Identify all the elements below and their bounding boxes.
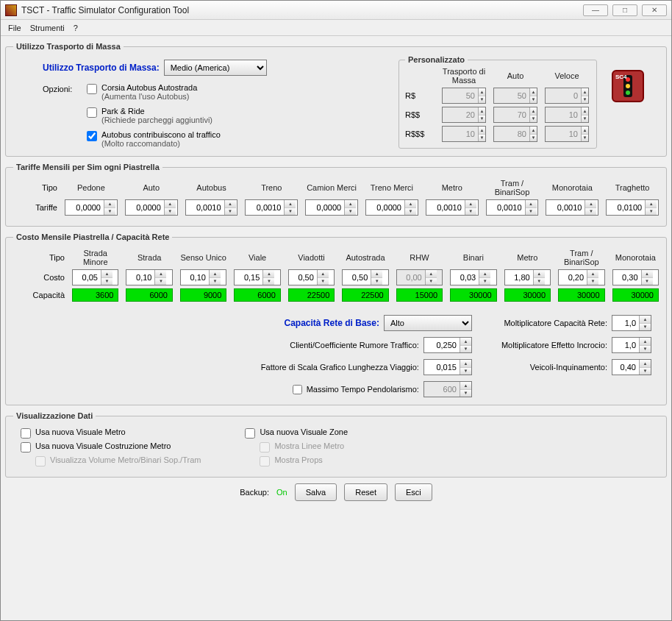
spin-commute[interactable]: ▲▼ <box>423 381 472 397</box>
spin-cell[interactable]: ▲▼ <box>606 199 659 216</box>
spin-cell[interactable]: ▲▼ <box>365 199 418 216</box>
checkbox-zone-view[interactable] <box>245 428 255 439</box>
cost-col-head: Metro <box>504 253 551 262</box>
spin-cell[interactable]: ▲▼ <box>504 269 551 285</box>
capacity-cell: 6000 <box>234 288 280 302</box>
legend-fares: Tariffe Mensili per Sim ogni Piastrella <box>13 163 162 171</box>
spin-noise[interactable]: ▲▼ <box>423 337 472 353</box>
spin-r3-auto[interactable]: ▲▼ <box>493 126 537 142</box>
spin-r1-auto[interactable]: ▲▼ <box>493 88 537 104</box>
minimize-button[interactable]: — <box>583 4 608 16</box>
capacity-cell: 9000 <box>180 288 226 302</box>
cost-col-head: Senso Unico <box>180 253 226 262</box>
capacity-cell: 15000 <box>396 288 443 302</box>
spin-cell[interactable]: ▲▼ <box>125 199 178 216</box>
spin-cell[interactable]: ▲▼ <box>126 269 172 285</box>
fares-row-type: Tipo <box>13 183 57 192</box>
spin-r1-speed[interactable]: ▲▼ <box>545 88 589 104</box>
spin-r2-mass[interactable]: ▲▼ <box>442 107 486 123</box>
capacity-cell: 30000 <box>558 288 604 302</box>
col-mass: Trasporto di Massa <box>442 67 486 85</box>
spin-cell[interactable]: ▲▼ <box>612 269 659 285</box>
maximize-button[interactable]: □ <box>612 4 637 16</box>
cost-col-head: Strada <box>126 253 172 262</box>
group-mass-transit: Utilizzo Trasporto di Massa Utilizzo Tra… <box>5 42 667 157</box>
group-dataview: Visualizzazione Dati Usa nuova Visuale M… <box>5 411 667 478</box>
base-cap-select[interactable]: Alto <box>384 315 472 331</box>
checkbox-props <box>260 456 270 466</box>
spin-r2-auto[interactable]: ▲▼ <box>493 107 537 123</box>
row-r2: R$$ <box>405 110 435 119</box>
dv-c4: Usa nuova Visuale Zone <box>260 427 348 436</box>
spin-cell[interactable]: ▲▼ <box>288 269 335 285</box>
checkbox-metro-build-view[interactable] <box>21 442 31 453</box>
app-icon <box>5 4 17 16</box>
save-button[interactable]: Salva <box>295 483 337 501</box>
fares-col-head: Auto <box>125 183 178 192</box>
spin-cell[interactable]: ▲▼ <box>426 199 479 216</box>
dv-c3: Visualizza Volume Metro/Binari Sop./Tram <box>50 455 201 464</box>
cost-col-head: Viadotti <box>288 253 335 262</box>
spin-cell[interactable]: ▲▼ <box>305 199 358 216</box>
checkbox-commute[interactable] <box>293 385 302 394</box>
mass-usage-select[interactable]: Medio (America) <box>164 60 267 76</box>
fares-col-head: Monorotaia <box>546 183 598 192</box>
spin-cell[interactable]: ▲▼ <box>234 269 280 285</box>
dv-c2: Usa nuova Visuale Costruzione Metro <box>35 441 171 450</box>
fares-col-head: Tram / BinariSop <box>486 179 539 196</box>
menu-tools[interactable]: Strumenti <box>30 24 65 32</box>
fares-col-head: Traghetto <box>606 183 659 192</box>
exit-button[interactable]: Esci <box>395 483 432 501</box>
checkbox-bus-lane[interactable] <box>87 84 97 94</box>
checkbox-metro-view[interactable] <box>21 428 31 439</box>
close-button[interactable]: ✕ <box>642 4 667 16</box>
spin-mult-int[interactable]: ▲▼ <box>612 337 651 353</box>
options-label: Opzioni: <box>43 83 79 148</box>
col-auto: Auto <box>493 71 537 80</box>
row-r1: R$ <box>405 91 435 100</box>
mass-usage-label: Utilizzo Trasporto di Massa: <box>43 63 160 73</box>
fares-col-head: Treno Merci <box>365 183 418 192</box>
spin-cell[interactable]: ▲▼ <box>486 199 539 216</box>
spin-cell[interactable]: ▲▼ <box>450 269 496 285</box>
legend-dataview: Visualizzazione Dati <box>13 411 96 420</box>
cost-col-head: Tram / BinariSop <box>558 249 604 266</box>
titlebar: TSCT - Traffic Simulator Configuration T… <box>1 1 671 20</box>
spin-cell[interactable]: ▲▼ <box>245 199 298 216</box>
cost-row-cap: Capacità <box>13 291 65 299</box>
cost-row-cost: Costo <box>13 273 65 282</box>
capacity-cell: 22500 <box>288 288 335 302</box>
spin-r3-mass[interactable]: ▲▼ <box>442 126 486 142</box>
spin-cell: ▲▼ <box>396 269 443 285</box>
fares-col-head: Camion Merci <box>305 183 358 192</box>
cost-col-head: RHW <box>396 253 443 262</box>
spin-cell[interactable]: ▲▼ <box>546 199 598 216</box>
cost-col-head: Viale <box>234 253 280 262</box>
fares-col-head: Pedone <box>65 183 118 192</box>
opt-park-ride-label: Park & Ride <box>101 107 212 116</box>
spin-cell[interactable]: ▲▼ <box>72 269 118 285</box>
spin-cell[interactable]: ▲▼ <box>180 269 226 285</box>
spin-r3-speed[interactable]: ▲▼ <box>545 126 589 142</box>
checkbox-park-ride[interactable] <box>87 107 97 118</box>
spin-r2-speed[interactable]: ▲▼ <box>545 107 589 123</box>
capacity-cell: 6000 <box>126 288 172 302</box>
spin-mult-cap[interactable]: ▲▼ <box>612 315 651 331</box>
checkbox-bus-traffic[interactable] <box>87 131 97 141</box>
reset-button[interactable]: Reset <box>344 483 387 501</box>
dv-c1: Usa nuova Visuale Metro <box>35 427 126 436</box>
mult-int-label: Moltiplicatore Effetto Incrocio: <box>501 341 607 349</box>
spin-cell[interactable]: ▲▼ <box>558 269 604 285</box>
backup-state: On <box>276 488 287 497</box>
spin-veh-poll[interactable]: ▲▼ <box>612 359 651 375</box>
spin-cell[interactable]: ▲▼ <box>65 199 118 216</box>
capacity-cell: 22500 <box>342 288 388 302</box>
spin-r1-mass[interactable]: ▲▼ <box>442 88 486 104</box>
noise-label: Clienti/Coefficiente Rumore Traffico: <box>290 341 419 349</box>
menu-file[interactable]: File <box>8 24 21 32</box>
spin-cell[interactable]: ▲▼ <box>185 199 238 216</box>
spin-cell[interactable]: ▲▼ <box>342 269 388 285</box>
menu-help[interactable]: ? <box>74 24 78 32</box>
spin-scale[interactable]: ▲▼ <box>423 359 472 375</box>
opt-bus-traffic-sub: (Molto raccomandato) <box>101 139 221 148</box>
